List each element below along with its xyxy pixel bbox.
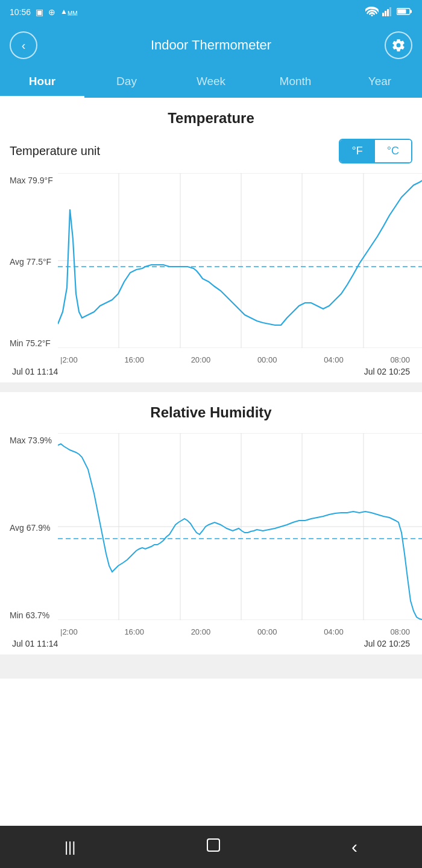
temp-x-label-2: 20:00 [191, 355, 211, 364]
humidity-chart: Max 73.9% Avg 67.9% Min 63.7% [10, 433, 412, 622]
tab-week[interactable]: Week [169, 66, 253, 98]
tab-hour[interactable]: Hour [0, 66, 84, 98]
humidity-section: Relative Humidity Max 73.9% Avg 67.9% Mi… [0, 392, 422, 654]
svg-rect-1 [385, 11, 386, 16]
temperature-chart: Max 79.9°F Avg 77.5°F Min 75.2°F [10, 173, 412, 350]
temp-x-label-3: 00:00 [257, 355, 277, 364]
page-title: Indoor Thermometer [151, 37, 271, 53]
humidity-title: Relative Humidity [10, 404, 412, 421]
signal-icon [382, 7, 393, 18]
status-left: 10:56 ▣ ⊕ ▲MM [10, 7, 78, 17]
hum-x-label-3: 00:00 [257, 627, 277, 636]
nav-back-button[interactable]: ‹ [333, 831, 376, 863]
temperature-section: Temperature Temperature unit °F °C Max 7… [0, 98, 422, 382]
menu-icon: ||| [65, 838, 76, 855]
header: ‹ Indoor Thermometer [0, 24, 422, 66]
main-content: Temperature Temperature unit °F °C Max 7… [0, 98, 422, 826]
temp-x-label-0: |2:00 [60, 355, 78, 364]
temp-x-label-5: 08:00 [390, 355, 410, 364]
unit-fahrenheit-button[interactable]: °F [340, 140, 375, 162]
temp-min-label: Min 75.2°F [10, 338, 58, 348]
svg-rect-2 [387, 9, 389, 16]
svg-rect-3 [389, 7, 391, 16]
unit-toggle: °F °C [339, 139, 412, 163]
unit-row: Temperature unit °F °C [10, 139, 412, 163]
nav-home-button[interactable] [186, 830, 241, 864]
hum-x-label-0: |2:00 [60, 627, 78, 636]
hum-x-label-4: 04:00 [324, 627, 344, 636]
status-bar: 10:56 ▣ ⊕ ▲MM [0, 0, 422, 24]
humidity-x-axis: |2:00 16:00 20:00 00:00 04:00 08:00 [58, 627, 412, 636]
tab-bar: Hour Day Week Month Year [0, 66, 422, 98]
temperature-x-axis: |2:00 16:00 20:00 00:00 04:00 08:00 [58, 355, 412, 364]
hum-x-label-2: 20:00 [191, 627, 211, 636]
wifi-icon [365, 7, 379, 18]
settings-button[interactable] [385, 31, 412, 59]
humidity-min-label: Min 63.7% [10, 610, 58, 620]
svg-rect-25 [207, 839, 219, 851]
temp-date-start: Jul 01 11:14 [12, 367, 58, 376]
tab-month[interactable]: Month [253, 66, 338, 98]
svg-rect-6 [410, 10, 412, 13]
temp-x-label-1: 16:00 [124, 355, 144, 364]
tab-day[interactable]: Day [84, 66, 169, 98]
hum-x-label-1: 16:00 [124, 627, 144, 636]
temp-max-label: Max 79.9°F [10, 176, 58, 185]
temp-date-end: Jul 02 10:25 [364, 367, 410, 376]
humidity-avg-label: Avg 67.9% [10, 523, 58, 533]
temperature-title: Temperature [10, 110, 412, 127]
humidity-chart-svg [58, 433, 422, 620]
humidity-y-labels: Max 73.9% Avg 67.9% Min 63.7% [10, 433, 58, 622]
humidity-max-label: Max 73.9% [10, 436, 58, 445]
temperature-chart-svg-wrapper [58, 173, 412, 350]
temp-x-label-4: 04:00 [324, 355, 344, 364]
hum-x-label-5: 08:00 [390, 627, 410, 636]
bottom-spacer [0, 654, 422, 679]
unit-label: Temperature unit [10, 144, 100, 158]
back-button[interactable]: ‹ [10, 31, 37, 59]
status-time: 10:56 [10, 7, 31, 17]
temperature-y-labels: Max 79.9°F Avg 77.5°F Min 75.2°F [10, 173, 58, 350]
unit-celsius-button[interactable]: °C [375, 140, 411, 162]
alert-icon: ▲MM [60, 7, 78, 17]
bottom-nav: ||| ‹ [0, 826, 422, 868]
svg-rect-5 [398, 9, 406, 13]
nav-menu-button[interactable]: ||| [46, 832, 94, 861]
section-separator [0, 382, 422, 392]
tab-year[interactable]: Year [338, 66, 422, 98]
battery-icon [397, 7, 412, 17]
temp-avg-label: Avg 77.5°F [10, 257, 58, 267]
humidity-chart-svg-wrapper [58, 433, 412, 622]
hum-date-start: Jul 01 11:14 [12, 639, 58, 648]
monitor-icon: ▣ [36, 7, 43, 17]
status-right-icons [365, 7, 412, 18]
back-nav-icon: ‹ [351, 837, 357, 857]
globe-icon: ⊕ [48, 7, 55, 17]
humidity-date-range: Jul 01 11:14 Jul 02 10:25 [10, 639, 412, 648]
svg-rect-0 [382, 13, 384, 16]
temperature-chart-svg [58, 173, 422, 348]
home-icon [204, 841, 222, 857]
hum-date-end: Jul 02 10:25 [364, 639, 410, 648]
temperature-date-range: Jul 01 11:14 Jul 02 10:25 [10, 367, 412, 376]
